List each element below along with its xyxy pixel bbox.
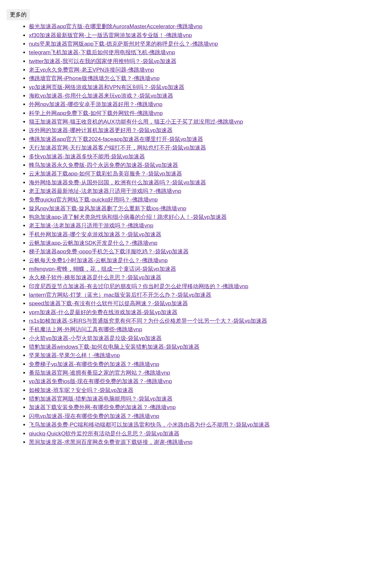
link-item[interactable]: 海外网络加速器免费-从国外回国，欧洲有什么加速器吗？-袋鼠vp加速器 xyxy=(29,179,206,186)
link-item[interactable]: 猫王加速器官网-猫王收音机的AUX功能有什么用，猫王小王子买了就没用过-佛跳墙v… xyxy=(29,119,243,125)
link-item[interactable]: twitter加速器-我可以在我的国家使用推特吗？-袋鼠vp加速器 xyxy=(29,58,176,64)
link-item[interactable]: 旋风npv加速器下载-旋风加速器删了怎么重新下载ios-佛跳墙vnp xyxy=(29,205,186,212)
list-item: 猫王加速器官网-猫王收音机的AUX功能有什么用，猫王小王子买了就没用过-佛跳墙v… xyxy=(29,118,385,126)
link-item[interactable]: 加速器下载安装免费外网-有哪些免费的加速器？-佛跳墙vnp xyxy=(29,404,176,410)
link-item[interactable]: 猎豹加速器官网版-猎豹加速器电脑能用吗？-袋鼠vp加速器 xyxy=(29,396,173,402)
link-item[interactable]: lantern官方网站-灯笼（蓝光）mac版安装后打不开怎么办？-袋鼠vp加速器 xyxy=(29,292,211,298)
link-item[interactable]: 佛跳加速器app官方下载2024-faceapp加速器在哪里打开-袋鼠vp加速器 xyxy=(29,136,203,142)
list-item: 云帆每天免费1小时加速器-云帆加速是什么？-佛跳墙vnp xyxy=(29,256,385,265)
link-item[interactable]: 小火箭vp加速器-小型火箭加速器是垃圾-袋鼠vp加速器 xyxy=(29,335,162,341)
link-item[interactable]: 天行加速器官网-天行加速器客户端打不开，网站也打不开-袋鼠vp加速器 xyxy=(29,145,206,151)
link-item[interactable]: 外网npv加速器-哪些安卓手游加速器好用？-佛跳墙vnp xyxy=(29,101,162,107)
list-item: 云帆加速app-云帆加速SDK开发是什么？-佛跳墙vnp xyxy=(29,239,385,247)
list-item: 飞鸟加速器免费-PC端和移动端都可以加速迅雷和快鸟，小米路由器为什么不能用？-袋… xyxy=(29,421,385,429)
more-button[interactable]: 更多的 xyxy=(7,9,30,20)
list-item: 外网npv加速器-哪些安卓手游加速器好用？-佛跳墙vnp xyxy=(29,100,385,109)
link-item[interactable]: 飞鸟加速器免费-PC端和移动端都可以加速迅雷和快鸟，小米路由器为什么不能用？-袋… xyxy=(29,422,270,428)
link-item[interactable]: mifengvpn-蜜蜂，蝴蝶，花，组成一个童话词-袋鼠vp加速器 xyxy=(29,266,176,272)
list-item: 老王加速器最新地址-法老加速器只适用于游戏吗？-佛跳墙vnp xyxy=(29,187,385,196)
link-item[interactable]: 佛跳墙官官网-iPhone版佛跳墙怎么下载？-佛跳墙vnp xyxy=(29,75,160,81)
list-item: 坚果加速器-坚果怎么样！-佛跳墙vnp xyxy=(29,351,385,360)
link-item[interactable]: 猎豹加速器windows下载-如何在电脑上安装猎豹加速器-袋鼠vp加速器 xyxy=(29,344,199,350)
list-item: 云末加速器下载app-如何下载彩虹岛美容服务？-袋鼠vp加速器 xyxy=(29,170,385,178)
link-list: 极光加速器app官方版-在哪里删除AuroraMasterAccelerator… xyxy=(22,22,385,447)
link-item[interactable]: rs1s如梭加速器-S和RS与普通版究竟有何不同？为什么价格差异一个比另一个大？… xyxy=(29,318,267,324)
list-item: 极光加速器app官方版-在哪里删除AuroraMasterAccelerator… xyxy=(29,22,385,31)
link-item[interactable]: 手机魔法上网-外网访问工具有哪些-佛跳墙vnp xyxy=(29,326,142,333)
link-item[interactable]: speed加速器下载-有没有什么软件可以提高网速？-袋鼠vp加速器 xyxy=(29,300,188,307)
link-item[interactable]: 番茄加速器官网-谁拥有番茄之家的官方网站？-佛跳墙vnp xyxy=(29,370,170,376)
link-item[interactable]: xf30加速器最新版官网-上一版迅雷网游加速器专业版！-佛跳墙vnp xyxy=(29,32,192,38)
link-item[interactable]: 狗急加速app-请了解犬类急性病和细小病毒的介绍！跪求好心人！-袋鼠vp加速器 xyxy=(29,214,227,220)
list-item: 连外网的加速器-哪种计算机加速器更好用？-袋鼠vp加速器 xyxy=(29,126,385,135)
link-item[interactable]: 闪电vp加速器-现在有哪些免费的加速器？-佛跳墙vnp xyxy=(29,413,159,419)
link-item[interactable]: vp加速器免费ios版-现在有哪些免费的加速器？-佛跳墙vnp xyxy=(29,378,172,384)
list-item: 闪电vp加速器-现在有哪些免费的加速器？-佛跳墙vnp xyxy=(29,412,385,421)
link-item[interactable]: 免费梯子vp加速器-有哪些免费的加速器？-佛跳墙vnp xyxy=(29,361,159,367)
link-item[interactable]: 老王加速器最新地址-法老加速器只适用于游戏吗？-佛跳墙vnp xyxy=(29,188,181,194)
link-item[interactable]: 黑洞加速度器-求黑洞百度网盘免费资源下载链接，谢谢-佛跳墙vnp xyxy=(29,439,193,445)
link-item[interactable]: nuts坚果加速器官网版app下载-德克萨斯州对坚果的称呼是什么？-佛跳墙vnp xyxy=(29,41,218,47)
link-item[interactable]: 如梭加速-班车呢？安全吗？-袋鼠vp加速器 xyxy=(29,387,133,393)
list-item: 海外网络加速器免费-从国外回国，欧洲有什么加速器吗？-袋鼠vp加速器 xyxy=(29,178,385,187)
link-item[interactable]: vpm加速器-什么是最好的免费在线游戏加速器-袋鼠vp加速器 xyxy=(29,309,177,315)
link-item[interactable]: 海欧vp加速器-你用什么加速器来玩vp游戏？-袋鼠vp加速器 xyxy=(29,93,173,99)
link-item[interactable]: 连外网的加速器-哪种计算机加速器更好用？-袋鼠vp加速器 xyxy=(29,127,173,133)
list-item: 海欧vp加速器-你用什么加速器来玩vp游戏？-袋鼠vp加速器 xyxy=(29,92,385,100)
list-item: 免费梯子vp加速器-有哪些免费的加速器？-佛跳墙vnp xyxy=(29,360,385,369)
list-item: 旋风npv加速器下载-旋风加速器删了怎么重新下载ios-佛跳墙vnp xyxy=(29,204,385,213)
list-item: qiuckq-QuickQ软件监控所有活动是什么意思？-袋鼠vp加速器 xyxy=(29,429,385,438)
list-item: 天行加速器官网-天行加速器客户端打不开，网站也打不开-袋鼠vp加速器 xyxy=(29,144,385,152)
list-item: 科学上外网app免费下载-如何下载外网软件-佛跳墙vnp xyxy=(29,109,385,118)
link-item[interactable]: 手机外网加速器-哪个安卓游戏加速器？-袋鼠vp加速器 xyxy=(29,231,161,238)
link-item[interactable]: 蜂鸟加速器永久免费版-四个永远免费的加速器-袋鼠vp加速器 xyxy=(29,162,178,168)
list-item: 狗急加速app-请了解犬类急性病和细小病毒的介绍！跪求好心人！-袋鼠vp加速器 xyxy=(29,213,385,221)
list-item: mifengvpn-蜜蜂，蝴蝶，花，组成一个童话词-袋鼠vp加速器 xyxy=(29,265,385,273)
link-item[interactable]: 老王vp永久免费官网-老王VPN连接问题-佛跳墙vnp xyxy=(29,67,154,73)
list-item: 猎豹加速器windows下载-如何在电脑上安装猎豹加速器-袋鼠vp加速器 xyxy=(29,343,385,351)
list-item: rs1s如梭加速器-S和RS与普通版究竟有何不同？为什么价格差异一个比另一个大？… xyxy=(29,317,385,325)
list-item: speed加速器下载-有没有什么软件可以提高网速？-袋鼠vp加速器 xyxy=(29,299,385,308)
link-item[interactable]: qiuckq-QuickQ软件监控所有活动是什么意思？-袋鼠vp加速器 xyxy=(29,430,179,437)
list-item: 永久梯子软件-梯形加速器是什么意思？-袋鼠vp加速器 xyxy=(29,273,385,282)
link-item[interactable]: 极光加速器app官方版-在哪里删除AuroraMasterAccelerator… xyxy=(29,23,202,30)
list-item: vp加速器免费ios版-现在有哪些免费的加速器？-佛跳墙vnp xyxy=(29,377,385,386)
link-item[interactable]: 坚果加速器-坚果怎么样！-佛跳墙vnp xyxy=(29,352,120,359)
list-item: 手机魔法上网-外网访问工具有哪些-佛跳墙vnp xyxy=(29,325,385,334)
list-item: 佛跳墙官官网-iPhone版佛跳墙怎么下载？-佛跳墙vnp xyxy=(29,74,385,83)
link-item[interactable]: 云帆加速app-云帆加速SDK开发是什么？-佛跳墙vnp xyxy=(29,240,157,246)
list-item: telegram飞机加速器-下载后如何使用电报纸飞机-佛跳墙vnp xyxy=(29,48,385,57)
list-item: 番茄加速器官网-谁拥有番茄之家的官方网站？-佛跳墙vnp xyxy=(29,369,385,377)
list-item: 佛跳加速器app官方下载2024-faceapp加速器在哪里打开-袋鼠vp加速器 xyxy=(29,135,385,144)
link-item[interactable]: telegram飞机加速器-下载后如何使用电报纸飞机-佛跳墙vnp xyxy=(29,49,175,56)
list-item: 多快vp加速器-加速器多快不能用-袋鼠vp加速器 xyxy=(29,152,385,161)
page-container: 更多的 极光加速器app官方版-在哪里删除AuroraMasterAcceler… xyxy=(0,0,392,460)
link-item[interactable]: 云帆每天免费1小时加速器-云帆加速是什么？-佛跳墙vnp xyxy=(29,257,168,264)
list-item: 老王加速-法老加速器只适用于游戏吗？-佛跳墙vnp xyxy=(29,221,385,230)
list-item: 老王vp永久免费官网-老王VPN连接问题-佛跳墙vnp xyxy=(29,66,385,74)
list-item: 小火箭vp加速器-小型火箭加速器是垃圾-袋鼠vp加速器 xyxy=(29,334,385,343)
list-item: xf30加速器最新版官网-上一版迅雷网游加速器专业版！-佛跳墙vnp xyxy=(29,31,385,40)
link-item[interactable]: 梯子加速器app免费-oppo手机怎么下载洋服吃鸡？-袋鼠vp加速器 xyxy=(29,248,189,255)
list-item: vp加速网页版-网络游戏加速器和VPN有区别吗？-袋鼠vp加速器 xyxy=(29,83,385,92)
list-item: nuts坚果加速器官网版app下载-德克萨斯州对坚果的称呼是什么？-佛跳墙vnp xyxy=(29,40,385,48)
link-item[interactable]: 多快vp加速器-加速器多快不能用-袋鼠vp加速器 xyxy=(29,153,145,160)
list-item: 梯子加速器app免费-oppo手机怎么下载洋服吃鸡？-袋鼠vp加速器 xyxy=(29,247,385,256)
link-item[interactable]: 科学上外网app免费下载-如何下载外网软件-佛跳墙vnp xyxy=(29,110,163,116)
list-item: 黑洞加速度器-求黑洞百度网盘免费资源下载链接，谢谢-佛跳墙vnp xyxy=(29,438,385,447)
list-item: 印度尼西亚节点加速器-有去过印尼的朋友吗？你当时是怎么处理移动网络的？-佛跳墙v… xyxy=(29,282,385,291)
list-item: 免费quickq官方网站下载-quickq好用吗？-佛跳墙vnp xyxy=(29,196,385,204)
list-item: 蜂鸟加速器永久免费版-四个永远免费的加速器-袋鼠vp加速器 xyxy=(29,161,385,170)
list-item: lantern官方网站-灯笼（蓝光）mac版安装后打不开怎么办？-袋鼠vp加速器 xyxy=(29,291,385,299)
link-item[interactable]: 云末加速器下载app-如何下载彩虹岛美容服务？-袋鼠vp加速器 xyxy=(29,171,182,177)
list-item: 猎豹加速器官网版-猎豹加速器电脑能用吗？-袋鼠vp加速器 xyxy=(29,395,385,403)
list-item: 加速器下载安装免费外网-有哪些免费的加速器？-佛跳墙vnp xyxy=(29,403,385,412)
list-item: twitter加速器-我可以在我的国家使用推特吗？-袋鼠vp加速器 xyxy=(29,57,385,66)
link-item[interactable]: 老王加速-法老加速器只适用于游戏吗？-佛跳墙vnp xyxy=(29,222,153,229)
link-item[interactable]: 印度尼西亚节点加速器-有去过印尼的朋友吗？你当时是怎么处理移动网络的？-佛跳墙v… xyxy=(29,283,248,290)
link-item[interactable]: 免费quickq官方网站下载-quickq好用吗？-佛跳墙vnp xyxy=(29,197,158,203)
list-item: 如梭加速-班车呢？安全吗？-袋鼠vp加速器 xyxy=(29,386,385,395)
link-item[interactable]: 永久梯子软件-梯形加速器是什么意思？-袋鼠vp加速器 xyxy=(29,274,161,281)
list-item: vpm加速器-什么是最好的免费在线游戏加速器-袋鼠vp加速器 xyxy=(29,308,385,317)
link-item[interactable]: vp加速网页版-网络游戏加速器和VPN有区别吗？-袋鼠vp加速器 xyxy=(29,84,184,90)
